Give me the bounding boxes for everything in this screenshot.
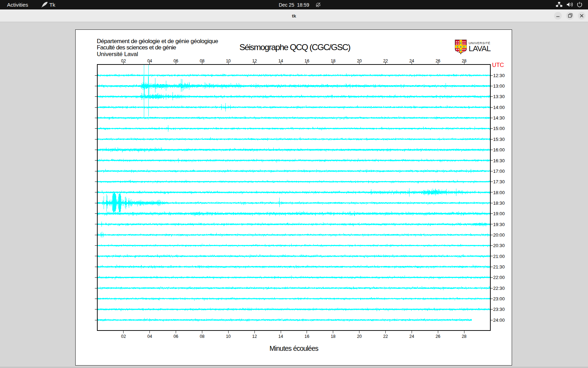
svg-text:tk: tk xyxy=(292,13,296,19)
svg-text:20: 20 xyxy=(357,59,362,63)
svg-text:10: 10 xyxy=(226,59,231,63)
svg-text:Séismographe QCQ (CGC/GSC): Séismographe QCQ (CGC/GSC) xyxy=(239,42,351,52)
svg-text:08: 08 xyxy=(200,334,205,339)
svg-text:19:30: 19:30 xyxy=(493,222,505,227)
svg-text:08: 08 xyxy=(200,59,205,63)
svg-text:22:30: 22:30 xyxy=(493,286,505,291)
svg-text:04: 04 xyxy=(147,59,152,63)
svg-text:UTC: UTC xyxy=(492,62,504,68)
svg-text:17:00: 17:00 xyxy=(493,169,505,174)
svg-text:13:30: 13:30 xyxy=(493,94,505,99)
svg-text:18: 18 xyxy=(331,334,336,339)
svg-text:Tk: Tk xyxy=(49,2,55,8)
svg-text:16: 16 xyxy=(304,59,309,63)
svg-text:06: 06 xyxy=(174,334,178,339)
svg-text:12: 12 xyxy=(252,334,257,339)
svg-text:16:00: 16:00 xyxy=(493,147,505,152)
svg-text:14: 14 xyxy=(278,334,283,339)
svg-text:Activities: Activities xyxy=(7,2,28,8)
svg-text:20:30: 20:30 xyxy=(493,243,505,248)
svg-text:24:00: 24:00 xyxy=(493,318,505,323)
svg-text:15:30: 15:30 xyxy=(493,137,505,142)
svg-text:Minutes écoulées: Minutes écoulées xyxy=(270,345,318,352)
svg-text:18:30: 18:30 xyxy=(493,200,505,206)
svg-text:16:30: 16:30 xyxy=(493,158,505,163)
svg-text:28: 28 xyxy=(462,334,467,339)
svg-text:17:30: 17:30 xyxy=(493,179,505,184)
svg-text:10: 10 xyxy=(226,334,231,339)
svg-text:Dec 25 18:59: Dec 25 18:59 xyxy=(279,2,309,8)
svg-text:26: 26 xyxy=(436,59,441,63)
svg-text:24: 24 xyxy=(410,59,414,63)
svg-text:22: 22 xyxy=(383,334,388,339)
svg-text:20:00: 20:00 xyxy=(493,232,505,238)
svg-text:22:00: 22:00 xyxy=(493,275,505,280)
svg-text:18: 18 xyxy=(331,59,336,63)
svg-text:Université Laval: Université Laval xyxy=(97,51,138,57)
svg-text:24: 24 xyxy=(410,334,414,339)
svg-text:20: 20 xyxy=(357,334,362,339)
svg-text:12:30: 12:30 xyxy=(493,73,505,78)
svg-text:19:00: 19:00 xyxy=(493,211,505,216)
svg-text:14:00: 14:00 xyxy=(493,105,505,110)
svg-text:21:30: 21:30 xyxy=(493,264,505,270)
svg-text:06: 06 xyxy=(174,59,178,63)
svg-text:21:00: 21:00 xyxy=(493,254,505,259)
svg-text:26: 26 xyxy=(436,334,441,339)
svg-text:16: 16 xyxy=(304,334,309,339)
svg-text:12: 12 xyxy=(252,59,257,63)
svg-text:22: 22 xyxy=(383,59,388,63)
svg-text:04: 04 xyxy=(147,334,152,339)
svg-text:14:30: 14:30 xyxy=(493,115,505,121)
svg-text:13:00: 13:00 xyxy=(493,83,505,89)
svg-text:23:30: 23:30 xyxy=(493,307,505,312)
svg-text:15:00: 15:00 xyxy=(493,126,505,131)
svg-text:Faculté des sciences et de gén: Faculté des sciences et de génie xyxy=(97,44,176,51)
svg-text:02: 02 xyxy=(121,334,126,339)
svg-text:28: 28 xyxy=(462,59,467,63)
svg-text:02: 02 xyxy=(121,59,126,63)
svg-text:Département de géologie et de: Département de géologie et de génie géol… xyxy=(97,38,218,45)
svg-text:LAVAL: LAVAL xyxy=(469,44,491,53)
svg-text:18:00: 18:00 xyxy=(493,190,505,195)
svg-text:23:00: 23:00 xyxy=(493,296,505,301)
svg-text:14: 14 xyxy=(278,59,283,63)
